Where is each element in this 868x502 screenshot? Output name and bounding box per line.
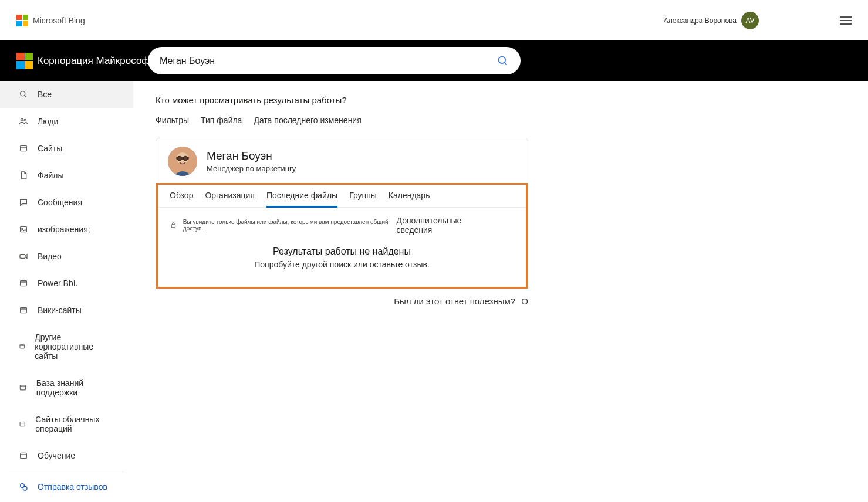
feedback-question: Был ли этот ответ полезным?: [394, 296, 515, 306]
tab-recent-files[interactable]: Последние файлы: [266, 191, 337, 208]
site-icon: [19, 419, 26, 429]
filters-row: Фильтры Тип файла Дата последнего измене…: [156, 116, 868, 125]
main-layout: Все Люди Сайты Файлы Сообщения: [0, 81, 868, 502]
sidebar-item-label: База знаний поддержки: [36, 378, 114, 397]
sidebar-item-corp-sites[interactable]: Другие корпоративные сайты: [0, 324, 133, 369]
filters-label: Фильтры: [156, 116, 189, 125]
sidebar-item-all[interactable]: Все: [0, 81, 133, 108]
sidebar-item-video[interactable]: Видео: [0, 243, 133, 270]
site-icon: [19, 383, 27, 392]
person-tabs: Обзор Организация Последние файлы Группы…: [158, 185, 526, 208]
search-brand[interactable]: Корпорация Майкрософт: [16, 53, 154, 69]
sidebar-item-label: Файлы: [38, 171, 63, 180]
highlighted-section: Обзор Организация Последние файлы Группы…: [156, 183, 528, 289]
site-icon: [19, 306, 28, 315]
visibility-question: Кто может просматривать результаты работ…: [156, 95, 868, 105]
sidebar-item-label: Сайты: [38, 144, 62, 153]
feedback-icon: [19, 482, 28, 491]
svg-point-2: [21, 91, 25, 96]
svg-point-4: [21, 118, 23, 121]
sidebar-item-files[interactable]: Файлы: [0, 162, 133, 189]
svg-rect-11: [21, 280, 27, 286]
svg-rect-15: [20, 345, 25, 349]
svg-rect-17: [20, 385, 25, 390]
svg-point-24: [23, 486, 27, 490]
sidebar-item-label: Видео: [38, 252, 62, 261]
tab-organization[interactable]: Организация: [205, 191, 254, 207]
site-icon: [19, 279, 28, 288]
info-more-link[interactable]: Дополнительные сведения: [397, 216, 491, 235]
bing-logo-text: Microsoft Bing: [33, 16, 85, 25]
svg-rect-30: [171, 225, 175, 228]
user-avatar[interactable]: AV: [741, 12, 759, 29]
sidebar-item-training[interactable]: Обучение: [0, 442, 133, 469]
search-input[interactable]: [160, 56, 497, 66]
search-icon: [19, 90, 28, 99]
tab-overview[interactable]: Обзор: [170, 191, 193, 207]
site-icon: [19, 342, 25, 351]
search-box[interactable]: [148, 47, 521, 74]
person-role: Менеджер по маркетингу: [207, 164, 296, 173]
sidebar-item-powerbi[interactable]: Power BbI.: [0, 270, 133, 297]
site-icon: [19, 451, 28, 460]
search-icon[interactable]: [497, 55, 509, 67]
empty-title: Результаты работы не найдены: [158, 246, 526, 257]
tab-calendar[interactable]: Календарь: [389, 191, 430, 207]
svg-rect-10: [20, 255, 25, 259]
lock-icon: [170, 221, 177, 229]
sidebar-item-sites[interactable]: Сайты: [0, 135, 133, 162]
svg-rect-6: [21, 145, 27, 151]
microsoft-logo-icon: [16, 53, 33, 69]
video-icon: [19, 252, 28, 261]
people-icon: [19, 117, 28, 126]
svg-point-5: [24, 119, 26, 121]
message-icon: [19, 198, 28, 207]
sidebar-item-images[interactable]: изображения;: [0, 216, 133, 243]
sidebar: Все Люди Сайты Файлы Сообщения: [0, 81, 133, 502]
tab-groups[interactable]: Группы: [349, 191, 377, 207]
info-note: Вы увидите только файлы или файлы, котор…: [183, 219, 391, 232]
sidebar-item-messages[interactable]: Сообщения: [0, 189, 133, 216]
header-right: Александра Воронова AV: [664, 12, 852, 29]
sidebar-item-feedback[interactable]: Отправка отзывов: [0, 473, 133, 500]
search-bar: Корпорация Майкрософт: [0, 40, 868, 81]
microsoft-bing-logo[interactable]: Microsoft Bing: [16, 15, 85, 26]
top-header: Microsoft Bing Александра Воронова AV: [0, 0, 868, 40]
svg-rect-13: [21, 307, 27, 313]
site-icon: [19, 144, 28, 153]
microsoft-logo-icon: [16, 15, 28, 26]
sidebar-item-label: Отправка отзывов: [38, 482, 107, 491]
sidebar-item-wiki[interactable]: Вики-сайты: [0, 297, 133, 324]
sidebar-item-label: Сайты облачных операций: [35, 415, 114, 433]
svg-point-0: [499, 56, 506, 63]
brand-text: Корпорация Майкрософт: [38, 55, 154, 67]
sidebar-item-kb[interactable]: База знаний поддержки: [0, 369, 133, 406]
info-bar: Вы увидите только файлы или файлы, котор…: [158, 208, 526, 240]
sidebar-item-label: Обучение: [38, 451, 75, 460]
empty-state: Результаты работы не найдены Попробуйте …: [158, 240, 526, 287]
filter-last-modified[interactable]: Дата последнего изменения: [254, 116, 361, 125]
svg-rect-8: [21, 226, 27, 232]
feedback-suffix[interactable]: О: [521, 296, 528, 306]
sidebar-item-cloud-sites[interactable]: Сайты облачных операций: [0, 406, 133, 442]
sidebar-item-label: Power BbI.: [38, 279, 77, 288]
svg-rect-21: [21, 453, 27, 458]
sidebar-item-label: Вики-сайты: [38, 306, 82, 315]
image-icon: [19, 225, 28, 234]
empty-subtitle: Попробуйте другой поиск или оставьте отз…: [158, 260, 526, 269]
svg-rect-19: [20, 422, 25, 426]
sidebar-item-label: Сообщения: [38, 198, 82, 207]
file-icon: [19, 171, 28, 180]
sidebar-item-people[interactable]: Люди: [0, 108, 133, 135]
person-name: Меган Боуэн: [207, 150, 296, 162]
person-card: Меган Боуэн Менеджер по маркетингу Обзор…: [156, 138, 528, 289]
svg-line-3: [25, 96, 26, 97]
sidebar-item-label: Люди: [38, 117, 58, 126]
user-name-label[interactable]: Александра Воронова: [664, 16, 737, 25]
sidebar-item-label: Другие корпоративные сайты: [35, 333, 114, 361]
svg-line-1: [505, 62, 507, 65]
person-photo[interactable]: [168, 147, 197, 176]
menu-icon[interactable]: [840, 16, 852, 25]
sidebar-item-label: Все: [38, 90, 52, 99]
filter-file-type[interactable]: Тип файла: [201, 116, 242, 125]
